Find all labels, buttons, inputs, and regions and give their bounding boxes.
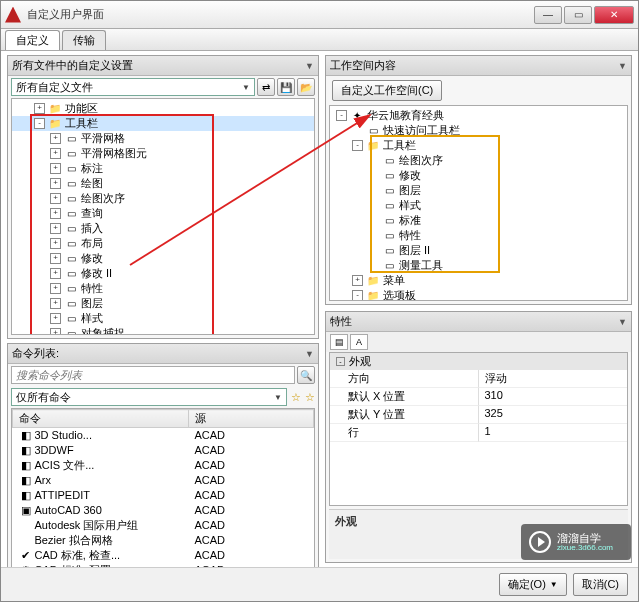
- tree-item[interactable]: +📁菜单: [330, 273, 627, 288]
- left-column: 所有文件中的自定义设置 ▼ 所有自定义文件 ▼ ⇄ 💾 📂 +📁功能区-📁工具栏…: [7, 55, 319, 563]
- tab-transfer[interactable]: 传输: [62, 30, 106, 50]
- panel-title: 所有文件中的自定义设置: [12, 58, 133, 73]
- tree-item[interactable]: +▭插入: [12, 221, 314, 236]
- content-area: 所有文件中的自定义设置 ▼ 所有自定义文件 ▼ ⇄ 💾 📂 +📁功能区-📁工具栏…: [1, 51, 638, 567]
- sort-alpha-button[interactable]: A: [350, 334, 368, 350]
- ok-button[interactable]: 确定(O)▼: [499, 573, 567, 596]
- workspace-tree[interactable]: -✦华云旭教育经典▭快速访问工具栏-📁工具栏▭绘图次序▭修改▭图层▭样式▭标准▭…: [329, 105, 628, 301]
- tree-item[interactable]: +📁功能区: [12, 101, 314, 116]
- dialog-footer: 确定(O)▼ 取消(C): [1, 567, 638, 601]
- tree-item[interactable]: +▭标注: [12, 161, 314, 176]
- tree-item[interactable]: +▭修改 II: [12, 266, 314, 281]
- customization-tree[interactable]: +📁功能区-📁工具栏+▭平滑网格+▭平滑网格图元+▭标注+▭绘图+▭绘图次序+▭…: [11, 98, 315, 335]
- property-grid[interactable]: - 外观 方向浮动默认 X 位置310默认 Y 位置325行1: [329, 352, 628, 506]
- property-row[interactable]: 默认 X 位置310: [330, 388, 627, 406]
- tree-item[interactable]: +▭查询: [12, 206, 314, 221]
- tree-item[interactable]: +▭绘图次序: [12, 191, 314, 206]
- command-row[interactable]: Bezier 拟合网格ACAD: [13, 533, 314, 548]
- command-row[interactable]: ◧ArxACAD: [13, 473, 314, 488]
- transfer-button[interactable]: ⇄: [257, 78, 275, 96]
- tabs: 自定义 传输: [1, 29, 638, 51]
- tree-item[interactable]: -📁工具栏: [12, 116, 314, 131]
- save-button[interactable]: 💾: [277, 78, 295, 96]
- command-row[interactable]: ◧ACIS 文件...ACAD: [13, 458, 314, 473]
- chevron-down-icon: ▼: [242, 83, 250, 92]
- panel-command-list: 命令列表: ▼ 🔍 仅所有命令 ▼ ☆ ☆: [7, 343, 319, 567]
- tab-customize[interactable]: 自定义: [5, 30, 60, 50]
- property-row[interactable]: 方向浮动: [330, 370, 627, 388]
- col-source[interactable]: 源: [188, 410, 313, 428]
- tree-item[interactable]: ▭图层 II: [330, 243, 627, 258]
- tree-item[interactable]: ▭标准: [330, 213, 627, 228]
- search-button[interactable]: 🔍: [297, 366, 315, 384]
- tree-item[interactable]: ▭测量工具: [330, 258, 627, 273]
- tree-item[interactable]: +▭平滑网格: [12, 131, 314, 146]
- tree-item[interactable]: +▭绘图: [12, 176, 314, 191]
- command-row[interactable]: ✔CAD 标准, 检查...ACAD: [13, 548, 314, 563]
- panel-workspace-content: 工作空间内容 ▼ 自定义工作空间(C) -✦华云旭教育经典▭快速访问工具栏-📁工…: [325, 55, 632, 305]
- panel-title: 特性: [330, 314, 352, 329]
- property-row[interactable]: 默认 Y 位置325: [330, 406, 627, 424]
- customize-workspace-button[interactable]: 自定义工作空间(C): [332, 80, 442, 101]
- panel-all-customizations: 所有文件中的自定义设置 ▼ 所有自定义文件 ▼ ⇄ 💾 📂 +📁功能区-📁工具栏…: [7, 55, 319, 339]
- tree-item[interactable]: -📁选项板: [330, 288, 627, 301]
- tree-item[interactable]: -📁工具栏: [330, 138, 627, 153]
- col-command[interactable]: 命令: [13, 410, 189, 428]
- command-row[interactable]: Autodesk 国际用户组ACAD: [13, 518, 314, 533]
- collapse-icon[interactable]: ▼: [305, 61, 314, 71]
- tree-item[interactable]: +▭平滑网格图元: [12, 146, 314, 161]
- panel-title: 工作空间内容: [330, 58, 396, 73]
- window-title: 自定义用户界面: [27, 7, 532, 22]
- property-group[interactable]: - 外观: [330, 353, 627, 370]
- watermark: 溜溜自学 zixue.3d66.com: [521, 524, 631, 560]
- command-row[interactable]: ◧3DDWFACAD: [13, 443, 314, 458]
- sort-categorized-button[interactable]: ▤: [330, 334, 348, 350]
- maximize-button[interactable]: ▭: [564, 6, 592, 24]
- command-row[interactable]: ▣AutoCAD 360ACAD: [13, 503, 314, 518]
- tree-item[interactable]: +▭样式: [12, 311, 314, 326]
- cancel-button[interactable]: 取消(C): [573, 573, 628, 596]
- command-row[interactable]: ◧3D Studio...ACAD: [13, 428, 314, 443]
- close-button[interactable]: ✕: [594, 6, 634, 24]
- tree-item[interactable]: ▭特性: [330, 228, 627, 243]
- tree-item[interactable]: ▭修改: [330, 168, 627, 183]
- file-select[interactable]: 所有自定义文件 ▼: [11, 78, 255, 96]
- main-window: 自定义用户界面 — ▭ ✕ 自定义 传输 所有文件中的自定义设置 ▼ 所有自定义…: [0, 0, 639, 602]
- command-search-input[interactable]: [11, 366, 295, 384]
- command-row[interactable]: ◧ATTIPEDITACAD: [13, 488, 314, 503]
- tree-item[interactable]: ▭绘图次序: [330, 153, 627, 168]
- tree-item[interactable]: ▭样式: [330, 198, 627, 213]
- play-icon: [529, 531, 551, 553]
- tree-item[interactable]: +▭特性: [12, 281, 314, 296]
- app-icon: [5, 7, 21, 23]
- tree-item[interactable]: +▭对象捕捉: [12, 326, 314, 335]
- property-row[interactable]: 行1: [330, 424, 627, 442]
- collapse-icon[interactable]: ▼: [618, 61, 627, 71]
- collapse-icon[interactable]: ▼: [618, 317, 627, 327]
- command-table[interactable]: 命令 源 ◧3D Studio...ACAD◧3DDWFACAD◧ACIS 文件…: [11, 408, 315, 567]
- panel-title: 命令列表:: [12, 346, 59, 361]
- tree-item[interactable]: +▭布局: [12, 236, 314, 251]
- tree-item[interactable]: ▭快速访问工具栏: [330, 123, 627, 138]
- tree-item[interactable]: ▭图层: [330, 183, 627, 198]
- titlebar: 自定义用户界面 — ▭ ✕: [1, 1, 638, 29]
- open-button[interactable]: 📂: [297, 78, 315, 96]
- right-column: 工作空间内容 ▼ 自定义工作空间(C) -✦华云旭教育经典▭快速访问工具栏-📁工…: [325, 55, 632, 563]
- star-icon[interactable]: ☆: [305, 391, 315, 404]
- minimize-button[interactable]: —: [534, 6, 562, 24]
- star-icon[interactable]: ☆: [291, 391, 301, 404]
- tree-item[interactable]: +▭修改: [12, 251, 314, 266]
- command-filter-select[interactable]: 仅所有命令 ▼: [11, 388, 287, 406]
- tree-item[interactable]: -✦华云旭教育经典: [330, 108, 627, 123]
- chevron-down-icon: ▼: [274, 393, 282, 402]
- collapse-icon[interactable]: ▼: [305, 349, 314, 359]
- tree-item[interactable]: +▭图层: [12, 296, 314, 311]
